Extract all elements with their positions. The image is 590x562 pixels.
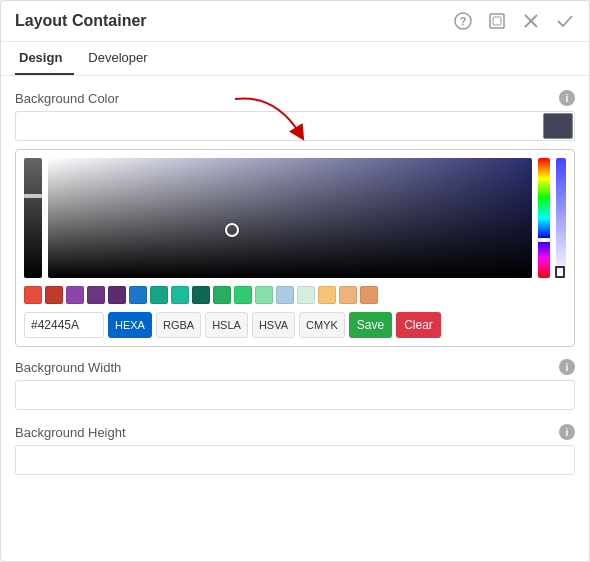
preset-green1[interactable] [192, 286, 210, 304]
preset-colors [24, 286, 566, 304]
color-swatch[interactable] [543, 113, 573, 139]
format-cmyk-btn[interactable]: CMYK [299, 312, 345, 338]
save-button[interactable]: Save [349, 312, 392, 338]
shade-handle [24, 194, 42, 198]
preset-purple1[interactable] [66, 286, 84, 304]
preset-purple2[interactable] [87, 286, 105, 304]
close-icon[interactable] [521, 11, 541, 31]
preset-teal2[interactable] [171, 286, 189, 304]
panel-icons: ? [453, 11, 575, 31]
hue-handle [538, 238, 550, 242]
window-icon[interactable] [487, 11, 507, 31]
picker-top [24, 158, 566, 278]
preset-orange2[interactable] [360, 286, 378, 304]
saturation-handle [225, 223, 239, 237]
format-rgba-btn[interactable]: RGBA [156, 312, 201, 338]
help-icon[interactable]: ? [453, 11, 473, 31]
background-color-group: Background Color i [15, 90, 575, 141]
background-width-label: Background Width i [15, 359, 575, 375]
preset-yellow[interactable] [318, 286, 336, 304]
tabs-bar: Design Developer [1, 42, 589, 76]
color-picker-popup: #42445A HEXA RGBA HSLA HSVA CMYK Save Cl… [15, 149, 575, 347]
tab-developer[interactable]: Developer [84, 42, 159, 75]
format-hsva-btn[interactable]: HSVA [252, 312, 295, 338]
background-width-group: Background Width i [15, 359, 575, 410]
preset-red[interactable] [24, 286, 42, 304]
alpha-handle [555, 266, 565, 278]
alpha-strip[interactable] [556, 158, 566, 278]
background-color-input[interactable] [15, 111, 575, 141]
preset-orange[interactable] [339, 286, 357, 304]
preset-blue1[interactable] [129, 286, 147, 304]
background-height-info-icon[interactable]: i [559, 424, 575, 440]
format-hsla-btn[interactable]: HSLA [205, 312, 248, 338]
saturation-box[interactable] [48, 158, 532, 278]
preset-green3[interactable] [234, 286, 252, 304]
tab-design[interactable]: Design [15, 42, 74, 75]
background-height-group: Background Height i [15, 424, 575, 475]
svg-rect-2 [490, 14, 504, 28]
layout-container-panel: Layout Container ? [0, 0, 590, 562]
preset-lightgreen[interactable] [297, 286, 315, 304]
clear-button[interactable]: Clear [396, 312, 441, 338]
shade-strip[interactable] [24, 158, 42, 278]
panel-body: Background Color i [1, 76, 589, 561]
hue-strip[interactable] [538, 158, 550, 278]
picker-bottom-row: #42445A HEXA RGBA HSLA HSVA CMYK Save Cl… [24, 312, 566, 338]
preset-purple3[interactable] [108, 286, 126, 304]
background-color-info-icon[interactable]: i [559, 90, 575, 106]
format-hexa-btn[interactable]: HEXA [108, 312, 152, 338]
preset-green4[interactable] [255, 286, 273, 304]
background-height-input[interactable] [15, 445, 575, 475]
hex-value-input[interactable]: #42445A [24, 312, 104, 338]
preset-blue2[interactable] [276, 286, 294, 304]
panel-header: Layout Container ? [1, 1, 589, 42]
background-color-label: Background Color i [15, 90, 575, 106]
preset-darkred[interactable] [45, 286, 63, 304]
background-height-label: Background Height i [15, 424, 575, 440]
preset-teal1[interactable] [150, 286, 168, 304]
background-width-info-icon[interactable]: i [559, 359, 575, 375]
check-icon[interactable] [555, 11, 575, 31]
svg-text:?: ? [460, 15, 467, 27]
bottom-spacer [15, 489, 575, 509]
preset-green2[interactable] [213, 286, 231, 304]
panel-title: Layout Container [15, 12, 453, 30]
background-width-input[interactable] [15, 380, 575, 410]
svg-rect-3 [493, 17, 501, 25]
background-color-input-row [15, 111, 575, 141]
